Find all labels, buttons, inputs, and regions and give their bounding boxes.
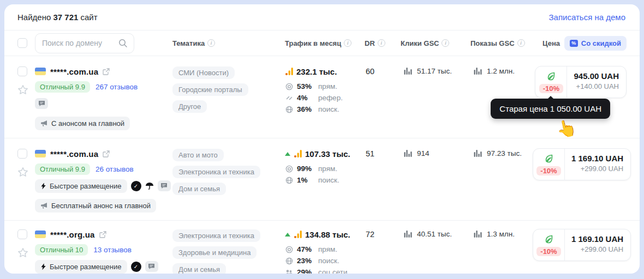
price-value: 1 169.10 UAH bbox=[571, 234, 623, 244]
megaphone-icon bbox=[40, 202, 48, 209]
direct-traffic-icon bbox=[285, 83, 293, 90]
results-panel: Найдено 37 721 сайт Записаться на демо Т… bbox=[4, 4, 640, 274]
results-count: Найдено 37 721 сайт bbox=[17, 13, 98, 22]
row-checkbox[interactable] bbox=[17, 229, 27, 239]
announce-tag: С анонсом на главной bbox=[35, 117, 130, 130]
traffic-total: 134.88 тыс. bbox=[305, 230, 350, 239]
site-info: *****.org.ua Отличный 10 13 отзывов Быст… bbox=[35, 229, 172, 274]
row-checkbox[interactable] bbox=[17, 149, 27, 159]
column-dr: DRi bbox=[361, 39, 395, 47]
pointing-finger-emoji: 👆 bbox=[554, 117, 578, 140]
rating-badge: Отличный 9.9 bbox=[35, 163, 90, 175]
leaf-icon bbox=[544, 153, 554, 163]
lightning-bolt-icon bbox=[40, 183, 46, 190]
trend-up-icon bbox=[285, 152, 290, 156]
topic-pill: Городские порталы bbox=[172, 83, 248, 96]
quick-placement-tag: Быстрое размещение bbox=[35, 260, 127, 274]
site-row: *****.org.ua Отличный 10 13 отзывов Быст… bbox=[4, 221, 640, 274]
megaphone-icon bbox=[40, 120, 48, 127]
info-icon[interactable]: i bbox=[378, 39, 385, 47]
column-gsc-impressions: Показы GSCi bbox=[465, 39, 533, 47]
site-row: *****.com.ua Отличный 9.9 267 отзывов С … bbox=[4, 56, 640, 138]
select-all-checkbox[interactable] bbox=[17, 38, 27, 48]
price-card[interactable]: -10% 1 169.10 UAH +299.00 UAH bbox=[533, 148, 631, 180]
bar-chart-icon bbox=[474, 230, 482, 238]
topic-pill: Другое bbox=[172, 100, 207, 113]
table-header: Тематикаi Трафик в месяцi DRi Клики GSCi… bbox=[4, 31, 640, 56]
favorite-star-icon[interactable] bbox=[17, 84, 28, 95]
discount-badge[interactable]: -10% bbox=[536, 166, 560, 175]
favorite-star-icon[interactable] bbox=[17, 247, 28, 258]
direct-traffic-icon bbox=[285, 165, 293, 173]
info-icon[interactable]: i bbox=[344, 39, 351, 47]
leaf-icon bbox=[546, 71, 556, 81]
price-card[interactable]: -10% 1 169.10 UAH +299.00 UAH bbox=[533, 229, 631, 261]
umbrella-icon bbox=[145, 182, 154, 190]
gsc-clicks-cell: 914 bbox=[395, 148, 465, 157]
external-link-icon[interactable] bbox=[99, 231, 106, 238]
domain-search[interactable] bbox=[35, 33, 134, 53]
topics-list: Авто и мото Электроника и техника Дом и … bbox=[172, 148, 285, 213]
ukraine-flag-icon bbox=[35, 150, 46, 157]
gsc-impressions-cell: 1.2 млн. bbox=[465, 66, 533, 75]
site-info: *****.com.ua Отличный 9.9 267 отзывов С … bbox=[35, 66, 172, 130]
domain-search-input[interactable] bbox=[42, 39, 118, 47]
price-value: 945.00 UAH bbox=[574, 71, 619, 81]
old-price-tooltip: Старая цена 1 050.00 UAH bbox=[491, 99, 610, 119]
price-extra: +299.00 UAH bbox=[571, 165, 623, 173]
gsc-impressions-cell: 97.23 тыс. bbox=[465, 148, 533, 157]
search-traffic-icon bbox=[285, 177, 293, 184]
price-value: 1 169.10 UAH bbox=[571, 154, 623, 163]
chat-icon[interactable] bbox=[158, 180, 171, 191]
favorite-star-icon[interactable] bbox=[17, 167, 28, 178]
site-row: *****.com.ua Отличный 9.9 26 отзывов Быс… bbox=[4, 138, 640, 221]
column-price: Цена bbox=[542, 39, 560, 47]
rating-badge: Отличный 10 bbox=[35, 244, 88, 256]
site-info: *****.com.ua Отличный 9.9 26 отзывов Быс… bbox=[35, 148, 172, 213]
price-extra: +140.00 UAH bbox=[574, 82, 619, 90]
discount-toggle[interactable]: % Со скидкой bbox=[564, 36, 627, 51]
demo-signup-link[interactable]: Записаться на демо bbox=[549, 13, 625, 22]
column-topic: Тематикаi bbox=[172, 39, 285, 47]
topics-list: Электроника и техника Здоровье и медицин… bbox=[172, 229, 285, 274]
column-traffic: Трафик в месяцi bbox=[285, 39, 361, 47]
column-gsc-clicks: Клики GSCi bbox=[395, 39, 465, 47]
social-traffic-icon bbox=[285, 269, 293, 274]
reviews-link[interactable]: 267 отзывов bbox=[96, 83, 138, 91]
dr-value: 72 bbox=[361, 229, 395, 274]
site-domain[interactable]: *****.com.ua bbox=[50, 149, 98, 159]
analytics-bars-icon bbox=[294, 149, 302, 158]
info-icon[interactable]: i bbox=[442, 39, 449, 47]
traffic-cell: 232.1 тыс. 53%прям. 4%рефер. 36%поиск. bbox=[285, 66, 361, 130]
trend-up-icon bbox=[285, 233, 290, 236]
info-icon[interactable]: i bbox=[207, 39, 215, 47]
topics-list: СМИ (Новости) Городские порталы Другое bbox=[172, 66, 285, 130]
external-link-icon[interactable] bbox=[103, 150, 110, 157]
price-extra: +299.00 UAH bbox=[571, 245, 623, 253]
bar-chart-icon bbox=[404, 230, 412, 238]
announce-tag: Бесплатный анонс на главной bbox=[35, 199, 156, 213]
search-traffic-icon bbox=[285, 257, 293, 265]
discount-badge[interactable]: -10% bbox=[536, 247, 560, 256]
info-icon[interactable]: i bbox=[517, 39, 525, 47]
reviews-link[interactable]: 13 отзывов bbox=[93, 246, 132, 254]
topic-pill: Здоровье и медицина bbox=[172, 246, 257, 259]
external-link-icon[interactable] bbox=[103, 68, 110, 75]
results-count-number: 37 721 bbox=[53, 13, 78, 22]
gsc-clicks-cell: 40.51 тыс. bbox=[395, 229, 465, 238]
topic-pill: Электроника и техника bbox=[172, 166, 260, 178]
topic-pill: Дом и семья bbox=[172, 263, 226, 274]
referral-traffic-icon bbox=[285, 94, 293, 102]
bar-chart-icon bbox=[474, 67, 482, 75]
chat-icon[interactable] bbox=[145, 261, 158, 272]
leaf-icon bbox=[544, 234, 554, 244]
topic-pill: Дом и семья bbox=[172, 183, 226, 195]
topic-pill: Авто и мото bbox=[172, 149, 224, 161]
traffic-cell: 134.88 тыс. 47%прям. 23%поиск. 29%соц.се… bbox=[285, 229, 361, 274]
site-domain[interactable]: *****.com.ua bbox=[50, 67, 98, 76]
gsc-clicks-cell: 51.17 тыс. bbox=[395, 66, 465, 75]
site-domain[interactable]: *****.org.ua bbox=[50, 230, 95, 239]
reviews-link[interactable]: 26 отзывов bbox=[96, 165, 134, 173]
row-checkbox[interactable] bbox=[17, 66, 27, 76]
chat-icon[interactable] bbox=[35, 98, 48, 109]
